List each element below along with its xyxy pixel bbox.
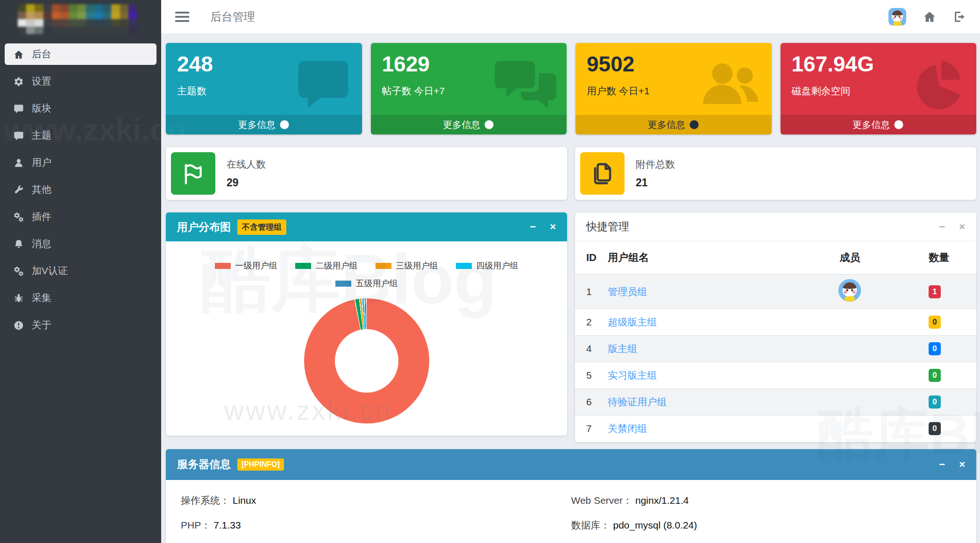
stat-card-disk: 167.94G 磁盘剩余空间 更多信息 [781,43,977,134]
sidebar-item-dashboard[interactable]: 后台 [5,43,156,65]
more-info-link[interactable]: 更多信息 [371,115,567,134]
sidebar-item-other[interactable]: 其他 [5,179,156,200]
info-boxes-row: 在线人数 29 附件总数 21 [166,147,976,200]
table-row: 6 待验证用户组 0 [575,389,976,416]
sidebar-item-label: 采集 [32,291,51,304]
server-info-card: 服务器信息 [PHPINFO] − × 操作系统：Linux Web Serve… [166,449,976,543]
user-icon [11,156,26,169]
table-row: 4 版主组 0 [575,336,976,362]
home-icon [11,48,26,60]
legend-label: 一级用户组 [235,260,277,271]
group-id: 2 [575,309,603,336]
group-id: 5 [575,362,603,389]
close-button[interactable]: × [550,222,556,232]
server-os-row: 操作系统：Linux [181,494,571,507]
card-title: 快捷管理 [586,219,629,234]
close-button[interactable]: × [959,459,965,470]
sidebar-item-settings[interactable]: 设置 [5,71,156,92]
info-label: 附件总数 [636,158,675,171]
sidebar: 后台 设置 版块 主题 用户 其他 插件 消息 [0,0,161,543]
more-info-link[interactable]: 更多信息 [575,115,772,134]
sidebar-item-collect[interactable]: 采集 [5,287,156,309]
group-id: 4 [575,336,603,362]
bug-icon [11,292,26,304]
brand-logo[interactable] [0,0,161,38]
minimize-button[interactable]: − [939,222,945,232]
legend-item[interactable]: 三级用户组 [376,260,438,271]
group-link[interactable]: 关禁闭组 [608,423,647,434]
more-info-link[interactable]: 更多信息 [166,115,362,134]
server-webserver-row: Web Server：nginx/1.21.4 [571,494,962,507]
group-link[interactable]: 版主组 [608,343,637,354]
arrow-circle-right-icon [689,120,699,130]
col-header-id: ID [575,241,603,275]
group-link[interactable]: 管理员组 [608,286,647,297]
sidebar-item-label: 其他 [32,183,51,196]
count-badge: 0 [929,342,940,355]
sidebar-item-label: 版块 [32,102,51,115]
info-circle-icon [11,319,26,331]
info-label: 在线人数 [227,158,266,171]
count-badge: 1 [929,285,940,298]
main-content: 248 主题数 更多信息 1629 帖子数 今日+7 更多信息 9502 [161,34,980,543]
sidebar-item-plugins[interactable]: 插件 [5,206,156,227]
legend-swatch [456,263,472,269]
arrow-circle-right-icon [894,120,904,130]
user-distribution-card: 用户分布图 不含管理组 − × 一级用户组 二级用户组 [166,212,567,436]
user-avatar[interactable] [888,8,906,26]
brand-logo-image [18,4,137,34]
server-info-body: 操作系统：Linux Web Server：nginx/1.21.4 PHP：7… [166,480,976,543]
count-badge: 0 [929,316,940,329]
comment-icon [11,102,26,114]
phpinfo-badge[interactable]: [PHPINFO] [237,458,284,471]
legend-swatch [215,263,231,269]
sidebar-item-messages[interactable]: 消息 [5,233,156,254]
group-id: 7 [575,416,603,442]
card-title: 服务器信息 [177,457,231,472]
sidebar-item-label: 消息 [32,237,51,250]
table-header-row: ID 用户组名 成员 数量 [575,241,976,275]
minimize-button[interactable]: − [530,222,536,232]
sign-out-icon[interactable] [953,10,966,23]
group-link[interactable]: 超级版主组 [608,317,657,327]
count-badge: 0 [929,369,940,382]
group-link[interactable]: 待验证用户组 [608,396,667,407]
legend-item[interactable]: 一级用户组 [215,260,277,271]
home-icon[interactable] [923,10,936,23]
flag-icon [171,152,215,195]
users-icon [700,55,761,112]
quick-manage-header: 快捷管理 − × [575,212,976,241]
close-button[interactable]: × [959,222,965,232]
col-header-name: 用户组名 [603,241,775,275]
legend-item[interactable]: 四级用户组 [456,260,518,271]
table-row: 7 关禁闭组 0 [575,416,976,442]
user-groups-table: ID 用户组名 成员 数量 1 管理员组 1 2 超级版主 [575,241,976,442]
more-info-link[interactable]: 更多信息 [781,115,977,134]
sidebar-item-threads[interactable]: 主题 [5,125,156,146]
sidebar-item-about[interactable]: 关于 [5,314,156,336]
stat-card-posts: 1629 帖子数 今日+7 更多信息 [371,43,567,134]
gear-icon [11,75,26,87]
table-row: 2 超级版主组 0 [575,309,976,336]
group-link[interactable]: 实习版主组 [608,370,657,381]
legend-item[interactable]: 五级用户组 [335,278,398,289]
legend-swatch [376,263,391,269]
minimize-button[interactable]: − [939,459,945,470]
legend-swatch [295,263,311,269]
sidebar-toggle-icon[interactable] [175,9,189,24]
sidebar-item-verify[interactable]: 加V认证 [5,260,156,282]
member-avatar[interactable] [838,279,861,302]
exclude-admin-badge: 不含管理组 [237,219,286,235]
arrow-circle-right-icon [279,120,290,130]
wrench-icon [11,183,26,196]
server-php-row: PHP：7.1.33 [181,519,571,532]
stat-card-users: 9502 用户数 今日+1 更多信息 [575,43,772,134]
bell-icon [11,238,26,250]
legend-item[interactable]: 二级用户组 [295,260,358,271]
sidebar-item-forums[interactable]: 版块 [5,98,156,119]
page-title: 后台管理 [210,9,255,24]
sidebar-item-label: 关于 [32,318,51,331]
sidebar-item-label: 后台 [32,48,51,61]
sidebar-item-users[interactable]: 用户 [5,152,156,173]
table-row: 5 实习版主组 0 [575,362,976,389]
